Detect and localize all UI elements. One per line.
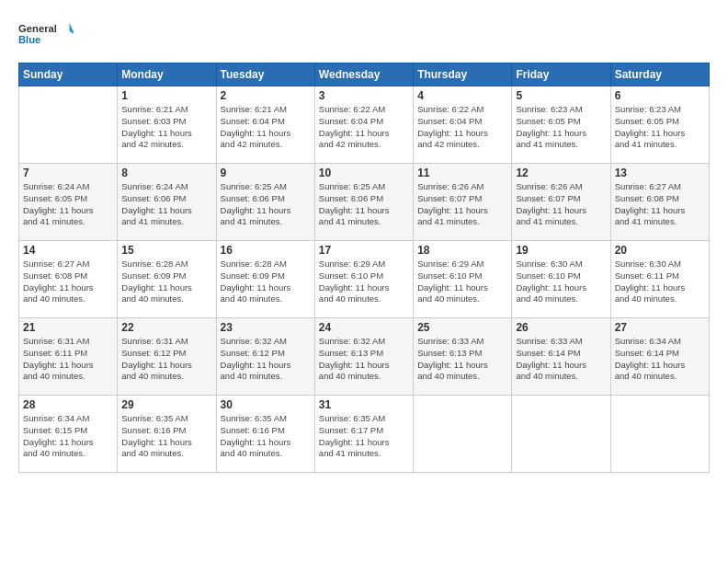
day-info: Sunrise: 6:25 AM Sunset: 6:06 PM Dayligh… [221, 181, 311, 228]
calendar-cell: 16Sunrise: 6:28 AM Sunset: 6:09 PM Dayli… [216, 241, 314, 318]
weekday-header-tuesday: Tuesday [216, 63, 314, 86]
day-info: Sunrise: 6:34 AM Sunset: 6:14 PM Dayligh… [615, 336, 705, 383]
weekday-header-monday: Monday [118, 63, 216, 86]
day-number: 23 [221, 321, 311, 334]
calendar-cell: 20Sunrise: 6:30 AM Sunset: 6:11 PM Dayli… [610, 241, 709, 318]
day-number: 24 [319, 321, 409, 334]
day-number: 20 [615, 244, 705, 257]
calendar-cell: 8Sunrise: 6:24 AM Sunset: 6:06 PM Daylig… [118, 164, 216, 241]
day-info: Sunrise: 6:35 AM Sunset: 6:16 PM Dayligh… [121, 413, 211, 460]
day-number: 27 [615, 321, 705, 334]
day-info: Sunrise: 6:21 AM Sunset: 6:04 PM Dayligh… [221, 104, 311, 151]
day-info: Sunrise: 6:27 AM Sunset: 6:08 PM Dayligh… [23, 259, 113, 305]
calendar-cell: 1Sunrise: 6:21 AM Sunset: 6:03 PM Daylig… [118, 86, 216, 164]
weekday-header-saturday: Saturday [610, 63, 709, 86]
logo-svg: General Blue [18, 17, 74, 53]
day-info: Sunrise: 6:23 AM Sunset: 6:05 PM Dayligh… [516, 104, 606, 151]
calendar-cell: 3Sunrise: 6:22 AM Sunset: 6:04 PM Daylig… [314, 86, 413, 164]
day-info: Sunrise: 6:28 AM Sunset: 6:09 PM Dayligh… [221, 259, 311, 305]
day-info: Sunrise: 6:25 AM Sunset: 6:06 PM Dayligh… [319, 181, 409, 228]
calendar-week-row: 7Sunrise: 6:24 AM Sunset: 6:05 PM Daylig… [19, 164, 710, 241]
day-number: 6 [615, 89, 705, 102]
calendar-cell [19, 86, 118, 164]
svg-marker-2 [70, 23, 74, 35]
calendar-cell: 15Sunrise: 6:28 AM Sunset: 6:09 PM Dayli… [118, 241, 216, 318]
day-info: Sunrise: 6:30 AM Sunset: 6:11 PM Dayligh… [615, 259, 705, 305]
calendar-week-row: 21Sunrise: 6:31 AM Sunset: 6:11 PM Dayli… [19, 318, 710, 396]
day-number: 17 [319, 244, 409, 257]
day-info: Sunrise: 6:32 AM Sunset: 6:13 PM Dayligh… [319, 336, 409, 383]
day-number: 22 [121, 321, 211, 334]
calendar-cell: 12Sunrise: 6:26 AM Sunset: 6:07 PM Dayli… [512, 164, 610, 241]
day-number: 31 [319, 398, 409, 411]
svg-text:Blue: Blue [18, 34, 40, 45]
day-info: Sunrise: 6:24 AM Sunset: 6:06 PM Dayligh… [121, 181, 211, 228]
calendar-cell: 11Sunrise: 6:26 AM Sunset: 6:07 PM Dayli… [414, 164, 512, 241]
calendar-week-row: 14Sunrise: 6:27 AM Sunset: 6:08 PM Dayli… [19, 241, 710, 318]
day-number: 8 [121, 167, 211, 179]
calendar-cell: 30Sunrise: 6:35 AM Sunset: 6:16 PM Dayli… [216, 396, 314, 473]
day-info: Sunrise: 6:32 AM Sunset: 6:12 PM Dayligh… [221, 336, 311, 383]
calendar-cell: 23Sunrise: 6:32 AM Sunset: 6:12 PM Dayli… [216, 318, 314, 396]
calendar-cell: 19Sunrise: 6:30 AM Sunset: 6:10 PM Dayli… [512, 241, 610, 318]
calendar-cell: 25Sunrise: 6:33 AM Sunset: 6:13 PM Dayli… [414, 318, 512, 396]
day-info: Sunrise: 6:27 AM Sunset: 6:08 PM Dayligh… [615, 181, 705, 228]
calendar-cell: 29Sunrise: 6:35 AM Sunset: 6:16 PM Dayli… [118, 396, 216, 473]
calendar-cell: 21Sunrise: 6:31 AM Sunset: 6:11 PM Dayli… [19, 318, 118, 396]
day-number: 18 [417, 244, 507, 257]
calendar-cell: 26Sunrise: 6:33 AM Sunset: 6:14 PM Dayli… [512, 318, 610, 396]
weekday-header-wednesday: Wednesday [314, 63, 413, 86]
calendar-week-row: 1Sunrise: 6:21 AM Sunset: 6:03 PM Daylig… [19, 86, 710, 164]
day-info: Sunrise: 6:26 AM Sunset: 6:07 PM Dayligh… [417, 181, 507, 228]
day-info: Sunrise: 6:21 AM Sunset: 6:03 PM Dayligh… [121, 104, 211, 151]
day-number: 16 [221, 244, 311, 257]
calendar-week-row: 28Sunrise: 6:34 AM Sunset: 6:15 PM Dayli… [19, 396, 710, 473]
calendar-cell: 18Sunrise: 6:29 AM Sunset: 6:10 PM Dayli… [414, 241, 512, 318]
day-info: Sunrise: 6:26 AM Sunset: 6:07 PM Dayligh… [516, 181, 606, 228]
day-number: 13 [615, 167, 705, 179]
day-number: 5 [516, 89, 606, 102]
day-info: Sunrise: 6:29 AM Sunset: 6:10 PM Dayligh… [417, 259, 507, 305]
day-number: 14 [23, 244, 113, 257]
calendar-cell: 17Sunrise: 6:29 AM Sunset: 6:10 PM Dayli… [314, 241, 413, 318]
day-info: Sunrise: 6:33 AM Sunset: 6:13 PM Dayligh… [417, 336, 507, 383]
calendar-cell: 22Sunrise: 6:31 AM Sunset: 6:12 PM Dayli… [118, 318, 216, 396]
day-number: 2 [221, 89, 311, 102]
day-number: 15 [121, 244, 211, 257]
day-number: 29 [121, 398, 211, 411]
day-info: Sunrise: 6:30 AM Sunset: 6:10 PM Dayligh… [516, 259, 606, 305]
day-number: 11 [417, 167, 507, 179]
calendar-cell: 24Sunrise: 6:32 AM Sunset: 6:13 PM Dayli… [314, 318, 413, 396]
calendar-cell: 5Sunrise: 6:23 AM Sunset: 6:05 PM Daylig… [512, 86, 610, 164]
calendar-cell [512, 396, 610, 473]
calendar-cell: 27Sunrise: 6:34 AM Sunset: 6:14 PM Dayli… [610, 318, 709, 396]
calendar-table: SundayMondayTuesdayWednesdayThursdayFrid… [18, 63, 710, 473]
calendar-cell: 2Sunrise: 6:21 AM Sunset: 6:04 PM Daylig… [216, 86, 314, 164]
day-number: 25 [417, 321, 507, 334]
day-number: 10 [319, 167, 409, 179]
day-number: 4 [417, 89, 507, 102]
weekday-header-friday: Friday [512, 63, 610, 86]
day-number: 19 [516, 244, 606, 257]
calendar-cell: 4Sunrise: 6:22 AM Sunset: 6:04 PM Daylig… [414, 86, 512, 164]
day-info: Sunrise: 6:29 AM Sunset: 6:10 PM Dayligh… [319, 259, 409, 305]
calendar-cell: 31Sunrise: 6:35 AM Sunset: 6:17 PM Dayli… [314, 396, 413, 473]
day-number: 7 [23, 167, 113, 179]
day-info: Sunrise: 6:28 AM Sunset: 6:09 PM Dayligh… [121, 259, 211, 305]
weekday-header-sunday: Sunday [19, 63, 118, 86]
day-info: Sunrise: 6:35 AM Sunset: 6:17 PM Dayligh… [319, 413, 409, 460]
day-info: Sunrise: 6:34 AM Sunset: 6:15 PM Dayligh… [23, 413, 113, 460]
day-info: Sunrise: 6:24 AM Sunset: 6:05 PM Dayligh… [23, 181, 113, 228]
calendar-cell: 14Sunrise: 6:27 AM Sunset: 6:08 PM Dayli… [19, 241, 118, 318]
calendar-cell: 13Sunrise: 6:27 AM Sunset: 6:08 PM Dayli… [610, 164, 709, 241]
day-number: 21 [23, 321, 113, 334]
day-number: 12 [516, 167, 606, 179]
calendar-cell: 28Sunrise: 6:34 AM Sunset: 6:15 PM Dayli… [19, 396, 118, 473]
calendar-cell [610, 396, 709, 473]
day-info: Sunrise: 6:31 AM Sunset: 6:11 PM Dayligh… [23, 336, 113, 383]
day-number: 3 [319, 89, 409, 102]
day-number: 9 [221, 167, 311, 179]
day-number: 1 [121, 89, 211, 102]
calendar-page: General Blue SundayMondayTuesdayWednesda… [0, 0, 728, 563]
day-info: Sunrise: 6:23 AM Sunset: 6:05 PM Dayligh… [615, 104, 705, 151]
